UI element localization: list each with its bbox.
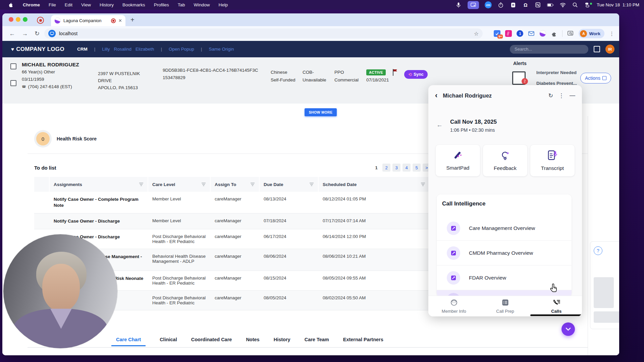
menu-help[interactable]: Help <box>218 2 228 7</box>
tab-history[interactable]: History <box>274 337 290 346</box>
user-avatar[interactable]: IR <box>605 45 614 54</box>
cell-scheduled: 08/02/2024 05:50 AM <box>319 291 430 310</box>
header-scheduled-date[interactable]: Scheduled Date <box>319 177 430 192</box>
reload-button[interactable]: ↻ <box>35 30 40 37</box>
tab-care-chart[interactable]: Care Chart <box>111 337 146 346</box>
header-assign-to[interactable]: Assign To <box>211 177 260 192</box>
wifi-icon[interactable] <box>559 2 566 8</box>
microphone-icon[interactable] <box>455 2 462 8</box>
zoom-app-icon[interactable]: zm <box>485 1 492 8</box>
page-4[interactable]: 4 <box>402 164 411 172</box>
actions-button[interactable]: Actions <box>580 73 611 83</box>
patient-checkbox-2[interactable] <box>10 80 16 86</box>
laguna-extension-icon[interactable] <box>539 30 546 37</box>
timer-icon[interactable] <box>497 2 504 8</box>
browser-profile-chip[interactable]: A Work <box>579 29 604 38</box>
open-popup-link[interactable]: Open Popup <box>169 47 194 52</box>
filter-icon[interactable] <box>250 182 255 187</box>
transcript-card[interactable]: Transcript <box>530 145 575 176</box>
sync-button[interactable]: ⟲ Sync <box>404 70 428 79</box>
page-5[interactable]: 5 <box>413 164 421 172</box>
patient-link-rosalind[interactable]: Rosalind <box>114 47 131 52</box>
apple-icon[interactable] <box>7 2 14 8</box>
tab-capture-icon[interactable] <box>48 30 56 37</box>
filter-icon[interactable] <box>139 182 144 187</box>
show-more-button[interactable]: SHOW MORE <box>305 108 337 116</box>
header-due-date[interactable]: Due Date <box>260 177 319 192</box>
extension-icon-blue[interactable]: 9+ <box>494 30 500 37</box>
minimize-icon[interactable]: — <box>570 92 575 99</box>
zoom-window-button[interactable] <box>23 17 28 22</box>
new-tab-button[interactable]: + <box>130 16 135 24</box>
feedback-card[interactable]: Feedback <box>483 145 527 176</box>
smartpad-card[interactable]: SmartPad <box>436 145 480 176</box>
same-origin-link[interactable]: Same Origin <box>209 47 234 52</box>
nav-crm[interactable]: CRM <box>77 47 88 52</box>
patient-link-elizabeth[interactable]: Elizabeth <box>136 47 154 52</box>
url-text[interactable]: localhost <box>59 31 471 36</box>
search-input[interactable] <box>510 45 588 54</box>
menu-edit[interactable]: Edit <box>65 2 72 7</box>
notes-icon[interactable] <box>510 2 517 8</box>
menu-file[interactable]: File <box>49 2 56 7</box>
patient-checkbox-1[interactable] <box>10 63 16 69</box>
popup-tab-member-info[interactable]: Member Info <box>428 296 480 316</box>
spotlight-search-icon[interactable] <box>572 2 579 8</box>
back-button[interactable]: ← <box>9 30 15 37</box>
popup-tab-call-prep[interactable]: Call Prep <box>480 296 531 316</box>
refresh-icon[interactable]: ↻ <box>548 92 553 99</box>
screen-search-icon[interactable] <box>567 30 574 37</box>
back-chevron-icon[interactable]: ‹ <box>435 92 437 99</box>
help-icon[interactable]: ? <box>594 246 602 255</box>
forward-button[interactable]: → <box>22 30 28 37</box>
nav-divider-3: | <box>201 47 202 52</box>
tab-clinical[interactable]: Clinical <box>160 337 177 346</box>
header-assignments[interactable]: Assignments <box>50 177 148 192</box>
menu-tab[interactable]: Tab <box>178 2 185 7</box>
back-arrow-icon[interactable]: ← <box>436 121 443 133</box>
table-row[interactable]: Notify Case Owner - Complete Program Not… <box>34 192 430 214</box>
menu-chrome[interactable]: Chrome <box>23 2 40 7</box>
browser-menu-kebab[interactable]: ⋮ <box>609 31 614 37</box>
page-2[interactable]: 2 <box>382 164 390 172</box>
filter-icon[interactable] <box>201 182 206 187</box>
menu-window[interactable]: Window <box>194 2 210 7</box>
menu-profiles[interactable]: Profiles <box>154 2 169 7</box>
menu-view[interactable]: View <box>81 2 91 7</box>
notion-icon[interactable] <box>535 2 541 8</box>
filter-icon[interactable] <box>309 182 314 187</box>
kebab-menu-icon[interactable]: ⋮ <box>558 92 564 99</box>
fast-user-switch-icon[interactable] <box>584 2 591 8</box>
patient-link-lilly[interactable]: Lilly <box>102 47 110 52</box>
ci-item-cmdm-pharmacy[interactable]: CMDM Pharmacy Overview <box>437 241 572 265</box>
tab-close-button[interactable]: ✕ <box>118 18 122 23</box>
extension-icon-pink[interactable] <box>505 30 512 37</box>
tab-notes[interactable]: Notes <box>246 337 259 346</box>
bookmark-star-icon[interactable]: ☆ <box>474 31 479 37</box>
menu-history[interactable]: History <box>100 2 114 7</box>
window-toggle-icon[interactable] <box>594 46 600 52</box>
popup-tab-calls[interactable]: Calls <box>531 296 582 316</box>
screen-share-icon[interactable] <box>468 1 479 9</box>
call-summary: ← Call Nov 18, 2025 1:06 PM • 02:30 mins <box>436 119 497 133</box>
tab-care-team[interactable]: Care Team <box>305 337 329 346</box>
menu-bookmarks[interactable]: Bookmarks <box>122 2 145 7</box>
onepassword-icon[interactable]: 1 <box>517 30 523 37</box>
close-window-button[interactable] <box>9 17 13 22</box>
header-care-level[interactable]: Care Level <box>148 177 211 192</box>
browser-tab[interactable]: Laguna Companion ✕ <box>51 15 125 26</box>
extensions-puzzle-icon[interactable] <box>551 30 557 37</box>
minimize-window-button[interactable] <box>16 17 20 22</box>
page-3[interactable]: 3 <box>392 164 400 172</box>
table-row[interactable]: Notify Case Owner - Discharge Member Lev… <box>34 214 430 229</box>
tab-external-partners[interactable]: External Partners <box>343 337 383 346</box>
page-1[interactable]: 1 <box>372 164 380 172</box>
address-bar[interactable]: localhost ☆ <box>44 28 483 39</box>
scroll-down-fab[interactable] <box>561 322 575 336</box>
menubar-clock[interactable]: Tue Nov 18 1:10 PM <box>597 2 639 7</box>
omega-icon[interactable]: Ω <box>522 2 529 8</box>
tab-coordinated-care[interactable]: Coordinated Care <box>191 337 232 346</box>
ci-item-care-management[interactable]: Care Management Overview <box>437 216 572 241</box>
filter-icon[interactable] <box>421 182 425 187</box>
mail-extension-icon[interactable] <box>528 30 535 37</box>
